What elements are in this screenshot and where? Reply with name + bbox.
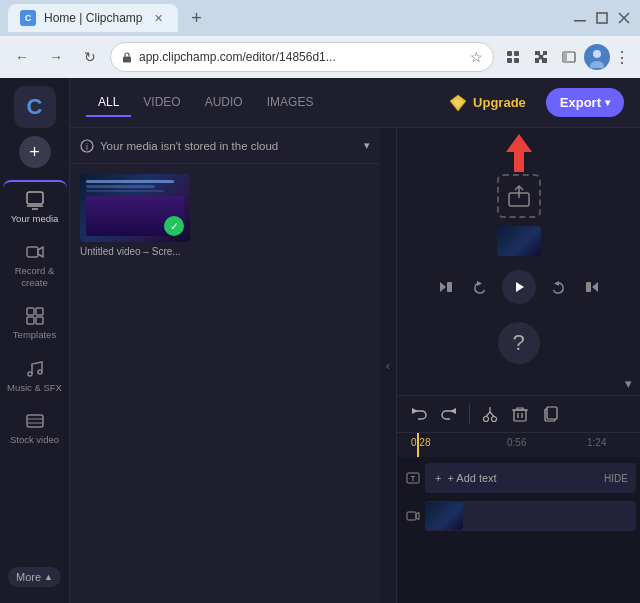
sidebar-item-templates[interactable]: Templates xyxy=(3,298,67,348)
hide-label[interactable]: HIDE xyxy=(604,473,636,484)
media-item[interactable]: ✓ Untitled video – Scre... xyxy=(80,174,190,593)
new-tab-button[interactable]: + xyxy=(182,4,210,32)
svg-point-41 xyxy=(492,417,497,422)
export-button[interactable]: Export ▾ xyxy=(546,88,624,117)
browser-toolbar-icons: ⋮ xyxy=(500,44,632,70)
extensions-icon[interactable] xyxy=(500,44,526,70)
cloud-chevron-icon[interactable]: ▾ xyxy=(364,139,370,152)
more-chevron-icon: ▲ xyxy=(44,572,53,582)
video-track-body[interactable] xyxy=(425,501,636,531)
sidebar-item-your-media[interactable]: Your media xyxy=(3,180,67,232)
video-clip[interactable] xyxy=(425,502,463,530)
timeline-ruler: 0:28 0:56 1:24 xyxy=(397,433,640,457)
profile-avatar[interactable] xyxy=(584,44,610,70)
sidebar-item-music-sfx[interactable]: Music & SFX xyxy=(3,351,67,401)
app-logo[interactable]: C xyxy=(14,86,56,128)
video-controls xyxy=(397,260,640,314)
svg-point-20 xyxy=(28,372,32,376)
edit-toolbar xyxy=(397,395,640,433)
svg-rect-8 xyxy=(514,58,519,63)
text-track-body[interactable]: + + Add text HIDE xyxy=(425,463,636,493)
svg-marker-33 xyxy=(477,281,482,286)
sidebar-item-record-create[interactable]: Record & create xyxy=(3,234,67,296)
editor-topbar: ALL VIDEO AUDIO IMAGES Upgrade Export ▾ xyxy=(70,78,640,128)
tab-video[interactable]: VIDEO xyxy=(131,89,192,117)
minimize-icon[interactable] xyxy=(572,10,588,26)
bookmark-icon[interactable]: ☆ xyxy=(470,49,483,65)
svg-marker-35 xyxy=(554,281,559,286)
text-track-label: T xyxy=(401,471,425,485)
forward-button[interactable] xyxy=(546,275,570,299)
redo-button[interactable] xyxy=(437,402,461,426)
svg-rect-1 xyxy=(597,13,607,23)
svg-marker-36 xyxy=(592,282,598,292)
app-content: C + Your media Record & create Templates… xyxy=(0,78,640,603)
thumbnail-image: ✓ xyxy=(80,174,190,242)
add-media-button[interactable]: + xyxy=(19,136,51,168)
play-button[interactable] xyxy=(502,270,536,304)
svg-rect-10 xyxy=(563,52,567,62)
copy-button[interactable] xyxy=(538,402,562,426)
browser-frame: C Home | Clipchamp ✕ + ← → ↻ app.clipcha… xyxy=(0,0,640,603)
music-sfx-label: Music & SFX xyxy=(7,382,62,393)
toolbar-divider xyxy=(469,404,470,424)
back-button[interactable]: ← xyxy=(8,43,36,71)
puzzle-icon[interactable] xyxy=(528,44,554,70)
skip-forward-button[interactable] xyxy=(580,275,604,299)
record-create-icon xyxy=(25,242,45,262)
undo-button[interactable] xyxy=(407,402,431,426)
svg-marker-39 xyxy=(450,408,456,414)
svg-rect-43 xyxy=(514,410,526,421)
upgrade-label: Upgrade xyxy=(473,95,526,110)
svg-rect-19 xyxy=(36,317,43,324)
rewind-button[interactable] xyxy=(468,275,492,299)
add-text-label: + + Add text xyxy=(425,472,604,484)
sidebar-toggle-icon[interactable] xyxy=(556,44,582,70)
timeline-area: 0:28 0:56 1:24 T xyxy=(397,433,640,603)
close-window-icon[interactable] xyxy=(616,10,632,26)
svg-rect-7 xyxy=(507,58,512,63)
more-label: More xyxy=(16,571,41,583)
cut-button[interactable] xyxy=(478,402,502,426)
skip-back-button[interactable] xyxy=(434,275,458,299)
svg-marker-51 xyxy=(416,513,419,520)
address-bar: ← → ↻ app.clipchamp.com/editor/14856d1..… xyxy=(0,36,640,78)
tab-title: Home | Clipchamp xyxy=(44,11,142,25)
record-create-label: Record & create xyxy=(15,265,55,288)
video-track xyxy=(401,499,636,533)
svg-text:i: i xyxy=(86,142,88,152)
templates-icon xyxy=(25,306,45,326)
upgrade-button[interactable]: Upgrade xyxy=(437,88,538,118)
delete-button[interactable] xyxy=(508,402,532,426)
panel-collapse-button[interactable]: ‹ xyxy=(380,128,396,603)
reload-button[interactable]: ↻ xyxy=(76,43,104,71)
maximize-icon[interactable] xyxy=(594,10,610,26)
tab-images[interactable]: IMAGES xyxy=(255,89,326,117)
sidebar: C + Your media Record & create Templates… xyxy=(0,78,70,603)
svg-point-40 xyxy=(484,417,489,422)
browser-menu-button[interactable]: ⋮ xyxy=(612,48,632,67)
svg-marker-29 xyxy=(506,134,532,172)
panel-expand-button[interactable]: ▾ xyxy=(397,372,640,395)
tab-all[interactable]: ALL xyxy=(86,89,131,117)
tab-close-button[interactable]: ✕ xyxy=(150,10,166,26)
stock-video-icon xyxy=(25,411,45,431)
cloud-bar: i Your media isn't stored in the cloud ▾ xyxy=(70,128,380,164)
svg-rect-32 xyxy=(447,282,452,292)
browser-tab[interactable]: C Home | Clipchamp ✕ xyxy=(8,4,178,32)
video-track-label xyxy=(401,509,425,523)
forward-button[interactable]: → xyxy=(42,43,70,71)
export-label: Export xyxy=(560,95,601,110)
tab-audio[interactable]: AUDIO xyxy=(193,89,255,117)
svg-rect-0 xyxy=(574,20,586,22)
url-bar[interactable]: app.clipchamp.com/editor/14856d1... ☆ xyxy=(110,42,494,72)
export-icon-box xyxy=(497,174,541,218)
sidebar-item-stock-video[interactable]: Stock video xyxy=(3,403,67,453)
svg-rect-37 xyxy=(586,282,591,292)
more-button[interactable]: More ▲ xyxy=(8,567,61,587)
ruler-label-056: 0:56 xyxy=(507,437,526,448)
preview-thumbnail-small xyxy=(497,226,541,256)
help-button[interactable]: ? xyxy=(498,322,540,364)
editor-area: ALL VIDEO AUDIO IMAGES Upgrade Export ▾ xyxy=(70,78,640,603)
diamond-icon xyxy=(449,94,467,112)
